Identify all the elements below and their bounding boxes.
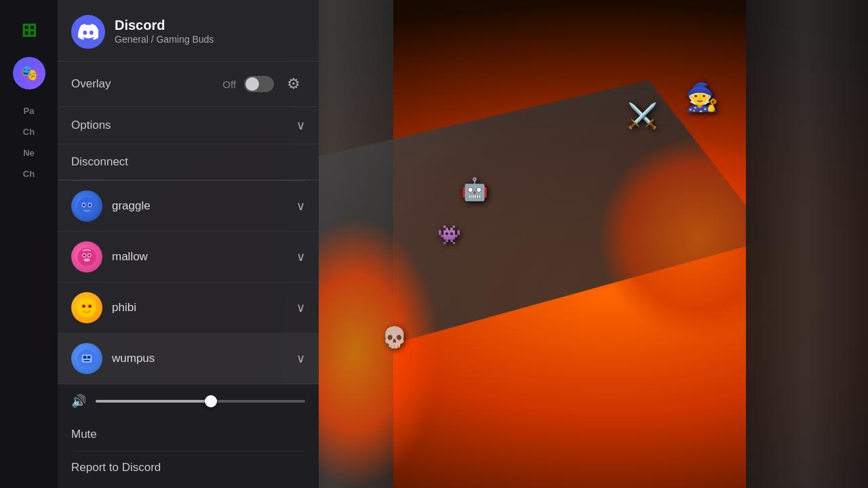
- svg-rect-17: [82, 354, 92, 363]
- overlay-controls: Off ⚙: [222, 73, 305, 96]
- character-robot: 🤖: [461, 176, 488, 202]
- discord-channel: General / Gaming Buds: [115, 33, 214, 47]
- svg-rect-19: [87, 356, 91, 359]
- volume-slider[interactable]: [96, 400, 305, 403]
- svg-point-0: [78, 197, 96, 216]
- avatar-phibi: [71, 292, 102, 323]
- overlay-label: Overlay: [71, 77, 111, 91]
- strip-avatar-item[interactable]: 🎭: [13, 57, 45, 89]
- overlay-settings-button[interactable]: ⚙: [282, 73, 305, 96]
- avatar-graggle: [71, 190, 102, 222]
- svg-point-4: [89, 204, 91, 206]
- username-mallow: mallow: [112, 250, 148, 264]
- options-label: Options: [71, 119, 111, 132]
- svg-point-8: [83, 254, 85, 256]
- overlay-toggle[interactable]: [244, 76, 274, 92]
- username-phibi: phibi: [112, 301, 136, 314]
- user-row-wumpus[interactable]: wumpus ∨: [58, 333, 319, 384]
- character-wizard: 🧙: [685, 81, 719, 113]
- mute-label: Mute: [71, 428, 97, 441]
- volume-slider-thumb[interactable]: [205, 395, 217, 407]
- user-left-mallow: mallow: [71, 241, 148, 272]
- strip-label-ch1: Ch: [23, 127, 35, 137]
- user-row-mallow[interactable]: mallow ∨: [58, 232, 319, 283]
- chevron-graggle: ∨: [296, 199, 305, 214]
- user-row-phibi[interactable]: phibi ∨: [58, 283, 319, 333]
- strip-label-ne: Ne: [23, 148, 35, 158]
- wall-right: [746, 0, 868, 488]
- username-graggle: graggle: [112, 199, 151, 213]
- svg-point-10: [84, 258, 90, 262]
- strip-label-ch2: Ch: [23, 169, 35, 179]
- report-action[interactable]: Report to Discord: [71, 451, 305, 487]
- discord-logo: [71, 15, 105, 49]
- svg-rect-20: [84, 360, 90, 361]
- discord-app-name: Discord: [115, 17, 214, 33]
- character-enemy: 👾: [437, 224, 461, 246]
- character-fallen: 💀: [382, 325, 407, 349]
- left-navigation-strip: ⊞ 🎭 Pa Ch Ne Ch: [0, 0, 58, 488]
- discord-header: Discord General / Gaming Buds: [58, 0, 319, 62]
- overlay-status: Off: [222, 79, 236, 90]
- volume-slider-fill: [96, 400, 211, 403]
- discord-panel: Discord General / Gaming Buds Overlay Of…: [58, 0, 319, 488]
- volume-icon: 🔊: [71, 394, 87, 409]
- chevron-phibi: ∨: [296, 300, 305, 315]
- svg-point-9: [88, 254, 90, 256]
- wumpus-expanded-section: 🔊 Mute Report to Discord: [58, 384, 319, 488]
- user-left-phibi: phibi: [71, 292, 136, 323]
- svg-point-15: [89, 305, 92, 308]
- xbox-icon-item[interactable]: ⊞: [13, 14, 45, 46]
- user-left-graggle: graggle: [71, 190, 151, 222]
- options-chevron-icon: ∨: [296, 118, 305, 133]
- avatar-wumpus: [71, 343, 102, 374]
- gear-icon: ⚙: [287, 75, 300, 93]
- username-wumpus: wumpus: [112, 352, 155, 365]
- svg-point-5: [78, 248, 96, 266]
- disconnect-row[interactable]: Disconnect: [58, 144, 319, 180]
- report-label: Report to Discord: [71, 461, 161, 474]
- user-row-graggle[interactable]: graggle ∨: [58, 181, 319, 232]
- discord-title-block: Discord General / Gaming Buds: [115, 17, 214, 47]
- strip-user-avatar: 🎭: [13, 57, 45, 89]
- svg-point-14: [83, 305, 85, 308]
- avatar-mallow: [71, 241, 102, 272]
- chevron-mallow: ∨: [296, 249, 305, 264]
- svg-point-3: [83, 204, 85, 206]
- options-row[interactable]: Options ∨: [58, 107, 319, 144]
- overlay-row: Overlay Off ⚙: [58, 62, 319, 107]
- mute-action[interactable]: Mute: [71, 418, 305, 451]
- svg-point-11: [78, 299, 96, 317]
- user-left-wumpus: wumpus: [71, 343, 155, 374]
- svg-rect-18: [83, 356, 87, 359]
- xbox-icon: ⊞: [13, 14, 45, 46]
- volume-row: 🔊: [71, 394, 305, 409]
- character-knight: ⚔️: [627, 102, 658, 130]
- strip-label-pa: Pa: [24, 106, 35, 116]
- chevron-wumpus: ∨: [296, 351, 305, 366]
- disconnect-label: Disconnect: [71, 155, 128, 168]
